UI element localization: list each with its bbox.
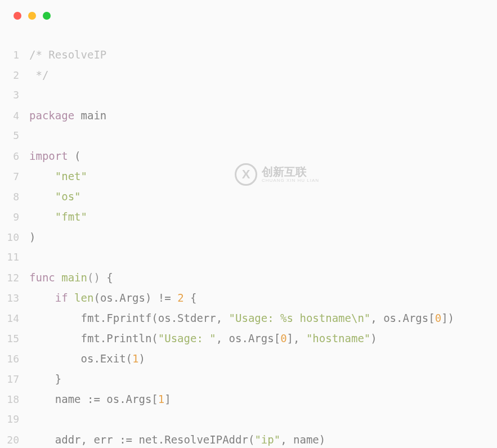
token-txt: main [74,109,106,122]
code-line: 13 if len(os.Args) != 2 { [0,292,497,312]
code-content: } [23,373,61,385]
token-txt [29,292,55,304]
token-kw: package [29,109,74,122]
code-line: 3 [0,89,497,109]
code-window: X 创新互联 CHUANG XIN HU LIAN 1/* ResolveIP2… [0,0,497,448]
token-txt: (os.Args) != [93,292,177,304]
line-number: 10 [0,231,23,243]
code-line: 12func main() { [0,271,497,292]
token-punc: () [87,271,100,284]
token-str: "net" [55,170,87,182]
token-kw: import [29,150,68,162]
token-num: 1 [132,352,138,365]
line-number: 7 [0,171,23,182]
code-line: 8 "os" [0,190,497,210]
code-content: import ( [23,150,81,162]
token-cmt: /* ResolveIP [29,48,106,61]
code-content: os.Exit(1) [23,352,145,365]
line-number: 9 [0,211,23,223]
token-txt: name := os.Args[ [29,393,158,405]
token-txt: ) [138,352,145,365]
code-line: 7 "net" [0,170,497,190]
code-line: 14 fmt.Fprintf(os.Stderr, "Usage: %s hos… [0,312,497,332]
token-txt [29,190,55,203]
token-txt: fmt.Fprintf(os.Stderr, [29,312,229,324]
line-number: 11 [0,251,23,263]
code-line: 9 "fmt" [0,210,497,231]
code-line: 5 [0,129,497,150]
line-number: 17 [0,373,23,385]
token-txt: ) [370,332,377,344]
token-txt: { [184,292,197,304]
token-txt: ) [29,231,35,243]
code-content: /* ResolveIP [23,48,106,61]
code-line: 4package main [0,109,497,129]
token-str: "Usage: " [158,332,216,344]
token-num: 0 [280,332,286,344]
code-content: "net" [23,170,87,182]
code-line: 2 */ [0,69,497,89]
code-line: 18 name := os.Args[1] [0,393,497,413]
code-line: 10) [0,231,497,251]
code-content: name := os.Args[1] [23,393,171,405]
token-txt [68,292,74,304]
code-content: "fmt" [23,210,87,223]
token-txt: , name) [280,433,325,446]
token-txt: { [100,271,113,284]
code-content: ) [23,231,35,243]
code-content: func main() { [23,271,113,284]
code-content: if len(os.Args) != 2 { [23,292,197,304]
code-line: 15 fmt.Println("Usage: ", os.Args[0], "h… [0,332,497,352]
token-str: "ip" [254,433,280,446]
token-txt: os.Exit( [29,352,132,365]
code-content: fmt.Println("Usage: ", os.Args[0], "host… [23,332,377,344]
line-number: 16 [0,353,23,365]
line-number: 2 [0,69,23,81]
code-line: 11 [0,251,497,271]
traffic-light-minimize-icon[interactable] [28,12,36,20]
token-txt: fmt.Println( [29,332,158,344]
code-line: 6import ( [0,150,497,170]
token-str: "fmt" [55,210,87,223]
token-fn: len [74,292,93,304]
token-num: 0 [435,312,441,324]
code-line: 1/* ResolveIP [0,48,497,69]
token-str: "hostname" [306,332,370,344]
line-number: 1 [0,49,23,61]
code-line: 16 os.Exit(1) [0,352,497,373]
token-fn: main [61,271,87,284]
line-number: 18 [0,393,23,405]
line-number: 5 [0,129,23,141]
traffic-light-close-icon[interactable] [14,12,21,20]
code-line: 17 } [0,373,497,393]
line-number: 6 [0,150,23,162]
token-txt: ]) [441,312,454,324]
line-number: 3 [0,89,23,101]
line-number: 19 [0,413,23,425]
token-txt: addr, err := net.ResolveIPAddr( [29,433,254,446]
line-number: 20 [0,434,23,446]
token-kw: if [55,292,68,304]
code-area: X 创新互联 CHUANG XIN HU LIAN 1/* ResolveIP2… [0,32,497,448]
token-txt [29,170,55,182]
token-txt [55,271,61,284]
code-content: fmt.Fprintf(os.Stderr, "Usage: %s hostna… [23,312,454,324]
line-number: 14 [0,312,23,324]
token-str: "os" [55,190,81,203]
token-txt: } [29,373,61,385]
token-num: 2 [177,292,183,304]
token-cmt: */ [29,69,48,81]
token-num: 1 [158,393,164,405]
code-line: 19 [0,413,497,433]
token-txt: , os.Args[ [370,312,435,324]
line-number: 15 [0,333,23,344]
code-content: addr, err := net.ResolveIPAddr("ip", nam… [23,433,325,446]
token-txt [29,210,55,223]
token-txt: , os.Args[ [216,332,280,344]
traffic-light-zoom-icon[interactable] [43,12,51,20]
code-content: */ [23,69,48,81]
line-number: 8 [0,191,23,203]
line-number: 12 [0,272,23,284]
token-txt: ( [68,150,81,162]
token-str: "Usage: %s hostname\n" [229,312,371,324]
